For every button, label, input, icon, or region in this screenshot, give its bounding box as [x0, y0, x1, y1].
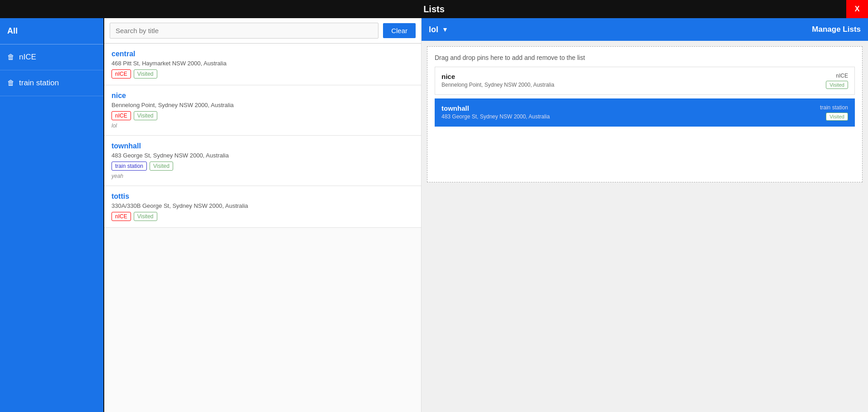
manage-lists-button[interactable]: Manage Lists	[812, 25, 861, 34]
place-name: nice	[112, 92, 414, 100]
pin-tags: nICE Visited	[826, 73, 848, 89]
place-address: 468 Pitt St, Haymarket NSW 2000, Austral…	[112, 60, 414, 67]
pin-name: townhall	[441, 104, 550, 112]
pin-visited-badge: Visited	[826, 81, 848, 89]
place-name: townhall	[112, 142, 414, 150]
pin-list-label: train station	[820, 104, 848, 111]
tag-train: train station	[112, 162, 147, 171]
tag-nice: nICE	[112, 69, 131, 78]
place-address: 330A/330B George St, Sydney NSW 2000, Au…	[112, 202, 414, 209]
sidebar-nice-label: nICE	[19, 53, 36, 62]
tag-nice: nICE	[112, 212, 131, 221]
pin-tags: train station Visited	[820, 104, 848, 121]
pin-info: townhall 483 George St, Sydney NSW 2000,…	[441, 104, 550, 120]
place-item-nice[interactable]: nice Bennelong Point, Sydney NSW 2000, A…	[104, 85, 421, 136]
tag-visited: Visited	[134, 212, 157, 221]
app-header: Lists X	[0, 0, 868, 18]
list-dropdown[interactable]: lol ▼	[429, 25, 448, 34]
pins-list: nice Bennelong Point, Sydney NSW 2000, A…	[435, 67, 855, 127]
place-address: Bennelong Point, Sydney NSW 2000, Austra…	[112, 102, 414, 108]
chevron-down-icon: ▼	[442, 26, 448, 33]
pin-visited-badge: Visited	[826, 113, 848, 121]
sidebar-all-label: All	[7, 26, 18, 36]
place-name: tottis	[112, 192, 414, 201]
place-tags: nICEVisited	[112, 212, 414, 221]
place-item-tottis[interactable]: tottis 330A/330B George St, Sydney NSW 2…	[104, 186, 421, 228]
sidebar: All 🗑 nICE 🗑 train station	[0, 18, 104, 412]
tag-visited: Visited	[134, 111, 157, 120]
trash-icon-train: 🗑	[7, 79, 15, 87]
close-button[interactable]: X	[846, 0, 868, 18]
drop-zone[interactable]: Drag and drop pins here to add and remov…	[427, 46, 863, 182]
search-bar: Clear	[104, 18, 421, 44]
place-tags: nICEVisited	[112, 111, 414, 120]
search-input[interactable]	[110, 23, 378, 39]
sidebar-item-all[interactable]: All	[0, 18, 103, 44]
pin-item-townhall-pin[interactable]: townhall 483 George St, Sydney NSW 2000,…	[435, 98, 855, 127]
place-note: yeah	[112, 173, 414, 179]
main-layout: All 🗑 nICE 🗑 train station Clear central…	[0, 18, 868, 412]
pin-list-label: nICE	[836, 73, 848, 79]
pin-item-nice-pin[interactable]: nice Bennelong Point, Sydney NSW 2000, A…	[435, 67, 855, 95]
right-panel: lol ▼ Manage Lists Drag and drop pins he…	[422, 18, 868, 412]
place-item-townhall[interactable]: townhall 483 George St, Sydney NSW 2000,…	[104, 136, 421, 186]
place-item-central[interactable]: central 468 Pitt St, Haymarket NSW 2000,…	[104, 44, 421, 85]
pin-info: nice Bennelong Point, Sydney NSW 2000, A…	[441, 73, 554, 88]
tag-nice: nICE	[112, 111, 131, 120]
place-note: lol	[112, 123, 414, 129]
places-list: central 468 Pitt St, Haymarket NSW 2000,…	[104, 44, 421, 412]
right-panel-header: lol ▼ Manage Lists	[422, 18, 868, 41]
place-name: central	[112, 50, 414, 58]
app-title: Lists	[423, 4, 445, 14]
drop-hint-text: Drag and drop pins here to add and remov…	[435, 54, 855, 61]
selected-list-label: lol	[429, 25, 438, 34]
clear-button[interactable]: Clear	[383, 23, 416, 38]
place-address: 483 George St, Sydney NSW 2000, Australi…	[112, 152, 414, 159]
sidebar-item-train-station[interactable]: 🗑 train station	[0, 70, 103, 96]
pin-address: Bennelong Point, Sydney NSW 2000, Austra…	[441, 82, 554, 88]
list-area: Clear central 468 Pitt St, Haymarket NSW…	[104, 18, 422, 412]
trash-icon-nice: 🗑	[7, 53, 15, 61]
sidebar-train-label: train station	[19, 78, 59, 88]
place-tags: train stationVisited	[112, 162, 414, 171]
pin-address: 483 George St, Sydney NSW 2000, Australi…	[441, 113, 550, 120]
pin-name: nice	[441, 73, 554, 80]
tag-visited: Visited	[150, 162, 173, 171]
tag-visited: Visited	[134, 69, 157, 78]
sidebar-item-nice[interactable]: 🗑 nICE	[0, 44, 103, 70]
place-tags: nICEVisited	[112, 69, 414, 78]
